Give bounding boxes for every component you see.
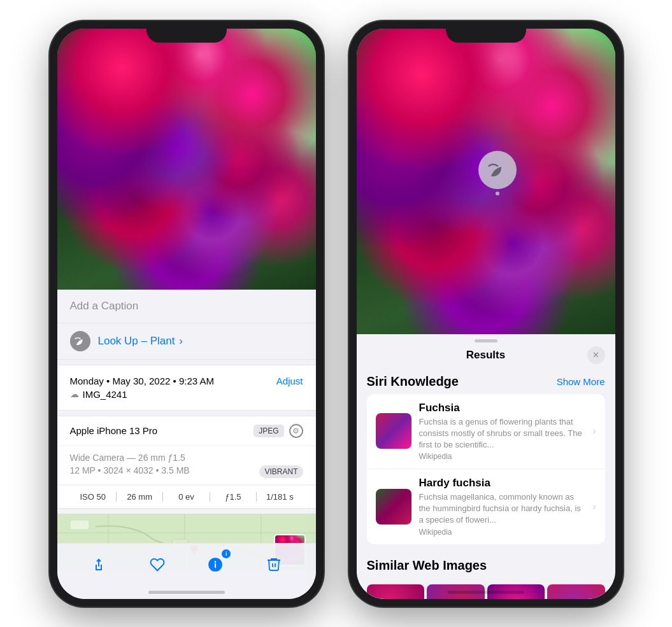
exif-shutter: 1/181 s	[257, 492, 303, 502]
vibrant-badge: VIBRANT	[259, 465, 303, 478]
exif-row: ISO 50 26 mm 0 ev ƒ1.5 1/181 s	[57, 485, 316, 508]
siri-visual-lookup-icon[interactable]	[478, 151, 517, 189]
meta-section: Monday • May 30, 2022 • 9:23 AM Adjust ☁…	[57, 365, 316, 411]
results-title: Results	[466, 349, 505, 362]
siri-dot	[496, 192, 499, 195]
fuchsia-thumbnail	[376, 413, 411, 449]
camera-section: Apple iPhone 13 Pro JPEG ⚙ Wide Camera —…	[57, 416, 316, 509]
filename-row: ☁ IMG_4241	[70, 389, 303, 400]
results-photo-area[interactable]	[357, 29, 615, 334]
cloud-icon: ☁	[70, 389, 79, 399]
fuchsia-text: Fuchsia Fuchsia is a genus of flowering …	[419, 402, 585, 461]
similar-image-4[interactable]	[547, 584, 605, 599]
similar-images-title: Similar Web Images	[367, 558, 487, 573]
siri-leaf-icon	[70, 331, 90, 351]
adjust-button[interactable]: Adjust	[276, 376, 303, 386]
caption-area[interactable]: Add a Caption	[57, 290, 316, 323]
filename: IMG_4241	[83, 389, 127, 400]
right-home-indicator	[448, 591, 524, 594]
format-badge: JPEG	[254, 425, 283, 437]
caption-placeholder[interactable]: Add a Caption	[70, 300, 139, 312]
hardy-description: Fuchsia magellanica, commonly known as t…	[419, 491, 585, 526]
flower-photo	[57, 29, 316, 290]
delete-button[interactable]	[260, 551, 288, 579]
right-screen: Results ✕ Siri Knowledge Show More	[357, 29, 615, 599]
right-phone: Results ✕ Siri Knowledge Show More	[349, 21, 623, 607]
knowledge-item-fuchsia[interactable]: Fuchsia Fuchsia is a genus of flowering …	[367, 394, 605, 470]
exif-ev: 0 ev	[163, 492, 210, 502]
hardy-source: Wikipedia	[419, 528, 585, 537]
home-indicator	[148, 591, 225, 594]
knowledge-item-hardy[interactable]: Hardy fuchsia Fuchsia magellanica, commo…	[367, 469, 605, 544]
fuchsia-name: Fuchsia	[419, 402, 585, 414]
lookup-label[interactable]: Look Up – Plant ›	[98, 335, 183, 348]
photo-area[interactable]	[57, 29, 316, 290]
camera-settings-icon[interactable]: ⚙	[289, 424, 303, 438]
svg-rect-6	[70, 520, 89, 530]
hardy-chevron-icon: ›	[593, 502, 596, 512]
photo-date: Monday • May 30, 2022 • 9:23 AM	[70, 376, 214, 386]
siri-knowledge-title: Siri Knowledge	[367, 374, 459, 389]
siri-knowledge-section: Siri Knowledge Show More Fuchsia Fuchsia…	[357, 368, 615, 544]
close-button[interactable]: ✕	[587, 346, 605, 364]
favorite-button[interactable]	[143, 551, 171, 579]
hardy-thumbnail	[376, 489, 411, 525]
results-header: Results ✕	[357, 342, 615, 368]
camera-name: Apple iPhone 13 Pro	[70, 425, 158, 436]
hardy-name: Hardy fuchsia	[419, 477, 585, 490]
left-phone: Add a Caption Look Up – Plant ›	[50, 21, 324, 607]
exif-iso: ISO 50	[70, 492, 117, 502]
exif-aperture: ƒ1.5	[210, 492, 257, 502]
camera-wide: Wide Camera — 26 mm ƒ1.5 12 MP • 3024 × …	[57, 446, 316, 485]
hardy-text: Hardy fuchsia Fuchsia magellanica, commo…	[419, 477, 585, 537]
fuchsia-chevron-icon: ›	[593, 426, 596, 436]
fuchsia-source: Wikipedia	[419, 452, 585, 461]
share-button[interactable]	[85, 551, 113, 579]
knowledge-card: Fuchsia Fuchsia is a genus of flowering …	[367, 394, 605, 544]
results-panel: Results ✕ Siri Knowledge Show More	[357, 334, 615, 599]
left-screen: Add a Caption Look Up – Plant ›	[57, 29, 316, 599]
lookup-row[interactable]: Look Up – Plant ›	[57, 323, 316, 360]
similar-image-1[interactable]	[367, 584, 425, 599]
info-button[interactable]: i	[201, 551, 229, 579]
show-more-button[interactable]: Show More	[557, 376, 605, 387]
exif-focal: 26 mm	[117, 492, 163, 502]
fuchsia-description: Fuchsia is a genus of flowering plants t…	[419, 416, 585, 451]
